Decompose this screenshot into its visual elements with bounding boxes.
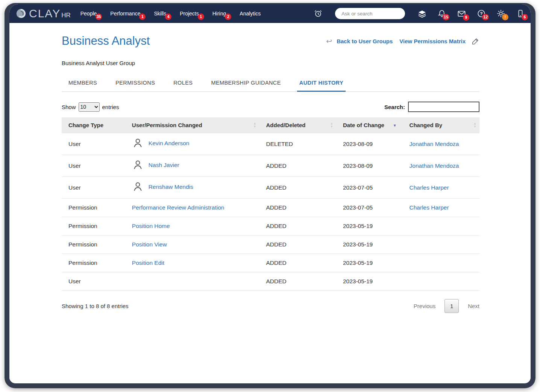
notifications-badge: 15 [443,14,449,20]
clock-icon[interactable] [314,9,322,18]
date-cell: 2023-05-19 [336,217,403,236]
next-page-button[interactable]: Next [468,303,479,309]
projects-count-badge: 1 [198,14,204,20]
permission-link[interactable]: Position Edit [132,260,164,266]
tab-members[interactable]: MEMBERS [66,80,99,91]
sort-icon[interactable]: ▲ ▼ [253,122,256,128]
changed-by-link[interactable]: Charles Harper [410,184,449,191]
col-added-deleted[interactable]: Added/Deleted ▲ ▼ [259,117,336,133]
nav-item-label: Analytics [240,11,261,17]
changed-by-cell: Charles Harper [403,199,479,217]
window-frame: CLAY HR People 35 Performance 1 Skills 4… [5,3,535,388]
tab-bar: MEMBERS PERMISSIONS ROLES MEMBERSHIP GUI… [62,80,479,92]
page-header: Business Analyst ↩ Back to User Groups V… [62,34,479,48]
changed-by-link[interactable]: Jonathan Mendoza [410,163,459,169]
date-cell: 2023-07-05 [336,177,403,199]
nav-item-label: Hiring [212,11,226,17]
help-icon[interactable]: ? 12 [477,9,485,18]
user-link[interactable]: Nash Javier [149,162,179,169]
people-count-badge: 35 [96,14,102,20]
global-search-box [335,8,405,19]
col-user-permission-changed[interactable]: User/Permission Changed ▲ ▼ [125,117,259,133]
entries-control: Show 10 entries [62,102,119,112]
sort-icon[interactable]: ▲ ▼ [473,122,476,128]
changed-by-cell [403,236,479,254]
nav-item-hiring[interactable]: Hiring 2 [212,11,226,17]
nav-item-people[interactable]: People 35 [80,11,97,17]
nav-item-analytics[interactable]: Analytics [240,11,261,17]
page-subtitle: Business Analyst User Group [62,60,479,66]
change-type-cell: User [62,272,125,291]
gear-icon[interactable]: ! [497,9,505,18]
brand-logo[interactable]: CLAY HR [15,7,71,20]
changed-by-link[interactable]: Jonathan Mendoza [410,141,459,147]
global-search-input[interactable] [341,11,408,17]
nav-item-performance[interactable]: Performance 1 [110,11,140,17]
layers-icon[interactable] [418,9,426,18]
brand-secondary-text: HR [61,12,71,19]
col-date-of-change[interactable]: Date of Change ▼ [336,117,403,133]
table-row: User Renshaw Mendis ADD [62,177,479,199]
previous-page-button[interactable]: Previous [414,303,435,309]
phone-badge: 6 [522,14,528,20]
changed-cell: Position View [125,236,259,254]
changed-by-cell [403,217,479,236]
entries-label: entries [102,104,119,110]
action-cell: ADDED [259,236,336,254]
changed-by-link[interactable]: Charles Harper [410,204,449,211]
nav-item-label: People [80,11,97,17]
edit-pencil-icon[interactable] [472,37,479,45]
phone-icon[interactable]: 6 [516,9,525,18]
changed-cell: Performance Review Administration [125,199,259,217]
back-arrow-icon: ↩ [326,37,332,46]
help-badge: 12 [482,14,489,20]
messages-badge: 9 [463,14,469,21]
nav-item-projects[interactable]: Projects 1 [180,11,199,17]
pagination: Previous 1 Next [414,299,479,313]
permission-link[interactable]: Performance Review Administration [132,204,224,211]
view-permissions-matrix-link[interactable]: View Permissions Matrix [399,38,466,44]
table-controls: Show 10 entries Search: [62,102,479,112]
changed-cell: Position Edit [125,254,259,272]
page-title: Business Analyst [62,34,150,48]
tab-audit-history[interactable]: AUDIT HISTORY [297,80,346,92]
nav-item-label: Projects [180,11,199,17]
table-header-row: Change Type User/Permission Changed ▲ ▼ … [62,117,479,133]
action-cell: ADDED [259,177,336,199]
table-row: Permission Performance Review Administra… [62,199,479,217]
action-cell: ADDED [259,272,336,291]
permission-link[interactable]: Position Home [132,223,170,229]
app-screen: CLAY HR People 35 Performance 1 Skills 4… [9,4,531,383]
table-search-input[interactable] [408,102,479,112]
nav-item-label: Skills [154,11,166,17]
user-link[interactable]: Renshaw Mendis [149,184,193,190]
tab-permissions[interactable]: PERMISSIONS [113,80,157,91]
entries-summary: Showing 1 to 8 of 8 entries [62,303,129,309]
table-row: User ADDED 2023-05-19 [62,272,479,291]
changed-cell: Nash Javier [125,155,259,177]
page-number-button[interactable]: 1 [444,299,459,313]
date-cell: 2023-07-05 [336,199,403,217]
changed-by-cell: Jonathan Mendoza [403,133,479,155]
col-changed-by[interactable]: Changed By ▲ ▼ [403,117,479,133]
action-cell: ADDED [259,199,336,217]
action-cell: ADDED [259,155,336,177]
entries-per-page-select[interactable]: 10 [79,102,100,112]
change-type-cell: Permission [62,236,125,254]
date-cell: 2023-05-19 [336,272,403,291]
changed-by-cell: Jonathan Mendoza [403,155,479,177]
table-row: User Nash Javier ADDED [62,155,479,177]
user-link[interactable]: Kevin Anderson [149,140,190,147]
sort-desc-icon[interactable]: ▼ [393,123,397,127]
header-actions: ↩ Back to User Groups View Permissions M… [326,37,479,46]
tab-membership-guidance[interactable]: MEMBERSHIP GUIDANCE [209,80,283,91]
sort-icon[interactable]: ▲ ▼ [330,122,333,128]
nav-item-skills[interactable]: Skills 4 [154,11,166,17]
bell-icon[interactable]: 15 [438,9,446,18]
col-change-type: Change Type [62,117,125,133]
permission-link[interactable]: Position View [132,241,167,248]
mail-icon[interactable]: 9 [457,9,466,18]
tab-roles[interactable]: ROLES [171,80,195,91]
table-row: User Kevin Anderson DEL [62,133,479,155]
back-to-user-groups-link[interactable]: Back to User Groups [337,38,393,44]
